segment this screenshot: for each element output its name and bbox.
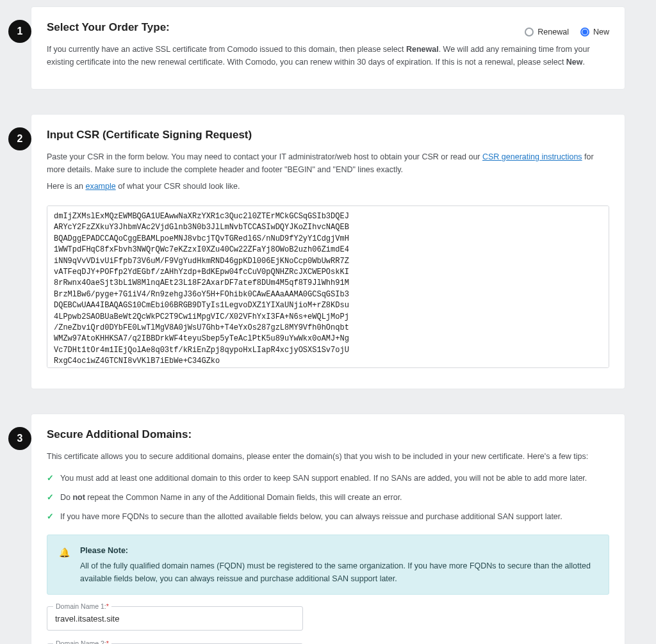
new-radio-label: New (593, 28, 609, 36)
step-3-description: This certificate allows you to secure ad… (47, 450, 609, 463)
step-1-description: If you currently have an active SSL cert… (47, 43, 609, 68)
new-radio[interactable]: New (580, 28, 609, 36)
csr-textarea[interactable] (47, 205, 609, 368)
domain-fields: Domain Name 1:* Domain Name 2:* Domain N… (47, 606, 303, 644)
tip-text: You must add at least one additional dom… (60, 472, 587, 485)
step-1-card: 1 Select Your Order Type: Renewal New If… (31, 6, 625, 90)
note-title: Please Note: (80, 544, 597, 557)
domain-label: Domain Name 2:* (53, 638, 111, 644)
tip-item: ✓ If you have more FQDNs to secure than … (47, 510, 609, 523)
tips-list: ✓ You must add at least one additional d… (47, 472, 609, 523)
step-1-badge: 1 (8, 20, 31, 43)
check-icon: ✓ (47, 472, 54, 485)
step-2-badge: 2 (8, 127, 31, 150)
tip-item: ✓ You must add at least one additional d… (47, 472, 609, 485)
check-icon: ✓ (47, 491, 54, 504)
renewal-radio[interactable]: Renewal (525, 28, 569, 36)
renewal-radio-label: Renewal (537, 28, 569, 36)
order-type-radios: Renewal New (525, 28, 609, 36)
tip-text: If you have more FQDNs to secure than th… (60, 510, 562, 523)
csr-example-link[interactable]: example (85, 182, 115, 191)
step-3-card: 3 Secure Additional Domains: This certif… (31, 414, 625, 644)
radio-icon (580, 28, 589, 36)
domain-field-1: Domain Name 1:* (47, 606, 303, 631)
note-body: All of the fully qualified domain names … (80, 561, 591, 583)
step-2-example-line: Here is an example of what your CSR shou… (47, 180, 609, 193)
domain-label: Domain Name 1:* (53, 601, 111, 612)
please-note-box: 🔔 Please Note: All of the fully qualifie… (47, 535, 609, 595)
tip-item: ✓ Do not repeat the Common Name in any o… (47, 491, 609, 504)
step-2-description: Paste your CSR in the form below. You ma… (47, 150, 609, 176)
tip-text: Do not repeat the Common Name in any of … (60, 491, 402, 504)
check-icon: ✓ (47, 510, 54, 523)
step-2-card: 2 Input CSR (Certificate Signing Request… (31, 114, 625, 389)
step-2-title: Input CSR (Certificate Signing Request) (47, 129, 609, 141)
csr-instructions-link[interactable]: CSR generating instructions (482, 152, 582, 161)
step-3-title: Secure Additional Domains: (47, 428, 609, 441)
step-3-badge: 3 (8, 427, 31, 450)
bell-icon: 🔔 (59, 545, 70, 559)
radio-icon (525, 28, 534, 36)
step-1-title: Select Your Order Type: (47, 21, 170, 34)
